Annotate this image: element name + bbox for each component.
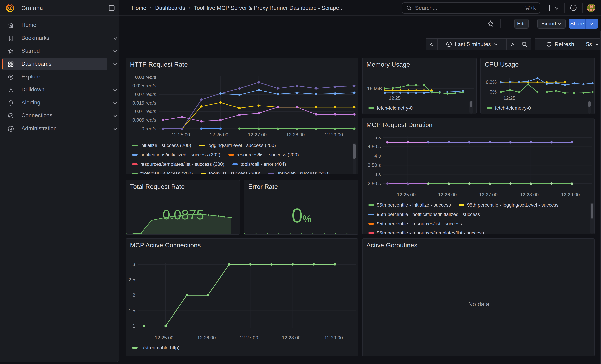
svg-text:?: ? [572,6,575,10]
